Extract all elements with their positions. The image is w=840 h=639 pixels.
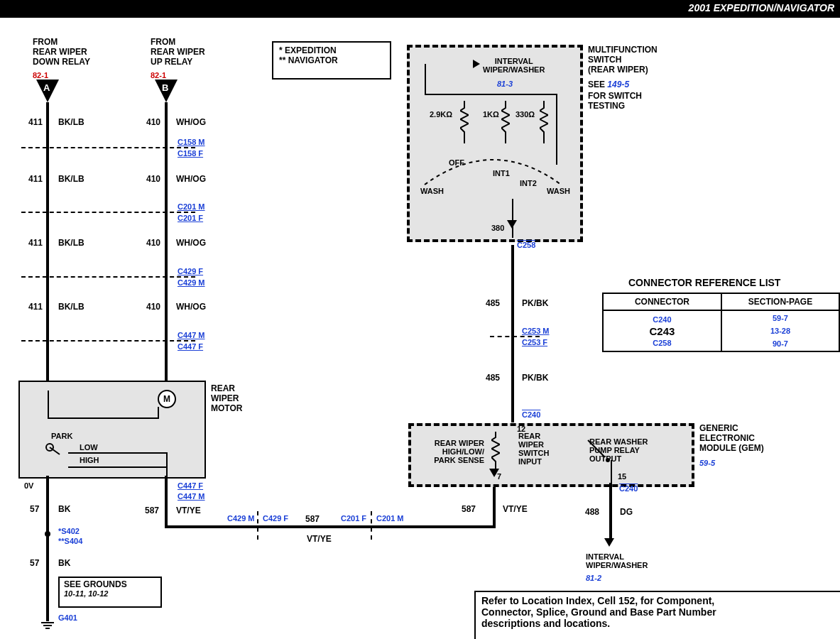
dg-488: 488 — [585, 507, 599, 517]
vtye-c429m: C429 M — [227, 514, 255, 523]
g401: G401 — [58, 613, 77, 622]
multi-title: MULTIFUNCTION SWITCH (REAR WIPER) — [588, 45, 658, 75]
motor-int-v — [48, 390, 49, 419]
see-grounds-t: SEE GROUNDS — [64, 579, 156, 589]
c201m: C201 M — [178, 202, 205, 211]
multi-see-w: SEE — [588, 80, 605, 89]
g57-1: 57 — [30, 504, 39, 514]
wa-c-1: BK/LB — [58, 117, 84, 127]
vtye-587-2: 587 — [305, 514, 320, 524]
gbk-2: BK — [58, 558, 70, 568]
dg-ref: 81-2 — [586, 574, 601, 582]
multi-pin: 380 — [491, 224, 504, 232]
gem-b: REAR WIPER SWITCH INPUT — [518, 432, 549, 466]
wa-411-4: 411 — [28, 302, 43, 312]
wb-c-4: WH/OG — [176, 302, 206, 312]
c158f: C158 F — [178, 149, 203, 158]
wire-dg — [609, 483, 612, 540]
vtye-c201m: C201 M — [376, 514, 404, 523]
motor-box — [18, 381, 206, 479]
multi-com-arrow — [507, 220, 517, 229]
wb-410-4: 410 — [146, 302, 160, 312]
wa-411-3: 411 — [28, 238, 43, 248]
gem-a-arr — [489, 469, 499, 477]
motor-label: REAR WIPER MOTOR — [211, 383, 242, 413]
motor-low-line — [68, 452, 166, 454]
res3 — [540, 101, 548, 143]
dash-vtye-1 — [257, 511, 258, 540]
footnote-text: Refer to Location Index, Cell 152, for C… — [481, 595, 716, 629]
rt-h1: CONNECTOR — [603, 293, 721, 310]
dash-vtye-2 — [371, 511, 372, 540]
s402: *S402 — [58, 527, 80, 535]
pkbk-485-1: 485 — [486, 298, 500, 308]
c240: C240 — [522, 410, 540, 419]
motor-int-h — [48, 417, 158, 419]
r1: 2.9KΩ — [430, 110, 452, 119]
wire-vtye-v — [165, 476, 168, 527]
c429f: C429 F — [178, 267, 203, 275]
motor-right-v — [166, 452, 168, 476]
wa-c-3: BK/LB — [58, 238, 84, 248]
c447f: C447 F — [178, 342, 203, 351]
multi-arrow — [473, 60, 480, 68]
res2 — [501, 101, 510, 143]
wa-c-4: BK/LB — [58, 302, 84, 312]
motor-low: LOW — [80, 443, 98, 452]
dash-c158 — [21, 147, 195, 148]
vtye-c447f: C447 F — [178, 481, 203, 490]
rt-r3c2: 90-7 — [729, 339, 831, 348]
wa-411-1: 411 — [28, 117, 43, 127]
relay-a-label: FROM REAR WIPER DOWN RELAY — [33, 37, 90, 67]
splice-dot — [45, 531, 50, 537]
footnote: Refer to Location Index, Cell 152, for C… — [474, 591, 840, 639]
header-title: 2001 EXPEDITION/NAVIGATOR — [689, 2, 834, 13]
gem-ref: 59-5 — [699, 459, 715, 467]
multi-interval-ref: 81-3 — [497, 80, 513, 88]
svg-point-3 — [606, 458, 610, 462]
wire-b — [165, 102, 168, 381]
relay-b-ref: 82-1 — [151, 71, 166, 80]
vtye-c447m: C447 M — [178, 492, 205, 501]
gem-p12: 12 — [517, 425, 525, 433]
motor-park: PARK — [51, 432, 72, 440]
relay-b-label: FROM REAR WIPER UP RELAY — [151, 37, 205, 67]
relay-a-ref: 82-1 — [33, 71, 48, 80]
c258: C258 — [517, 241, 535, 249]
r2: 1KΩ — [483, 110, 499, 119]
r3: 330Ω — [516, 110, 535, 119]
wire-pkbk — [511, 245, 514, 422]
page-header: 2001 EXPEDITION/NAVIGATOR — [0, 0, 840, 18]
relay-b-letter: B — [162, 82, 168, 93]
rt-r1c2: 59-7 — [729, 314, 831, 322]
motor-high-line — [68, 466, 166, 468]
motor-high: HIGH — [80, 456, 99, 464]
svg-line-2 — [588, 440, 605, 457]
gem-c240b: C240 — [619, 484, 638, 493]
see-grounds-p: 10-11, 10-12 — [64, 589, 156, 598]
wb-c-3: WH/OG — [176, 238, 206, 248]
gem-relay-icon — [582, 435, 618, 470]
rt-r2c1: C243 — [611, 325, 714, 337]
wb-410-2: 410 — [146, 174, 160, 184]
relay-b-triangle: B — [155, 80, 178, 102]
gbk-1: BK — [58, 504, 70, 514]
multi-rest: FOR SWITCH TESTING — [588, 91, 642, 111]
pkbk-c-2: PK/BK — [522, 373, 548, 383]
c253m: C253 M — [522, 327, 550, 335]
dg-lbl: INTERVAL WIPER/WASHER — [586, 552, 648, 569]
legend-navigator: ** NAVIGATOR — [279, 55, 384, 65]
pkbk-c-1: PK/BK — [522, 298, 548, 308]
c201f: C201 F — [178, 214, 203, 222]
gem-a: REAR WIPER HIGH/LOW/ PARK SENSE — [419, 439, 484, 464]
switch-arc — [419, 146, 568, 195]
relay-a-triangle: A — [36, 80, 59, 102]
wb-410-3: 410 — [146, 238, 160, 248]
multi-top-h — [425, 94, 556, 95]
vtye-c-1: VT/YE — [176, 506, 201, 515]
res1 — [460, 101, 469, 143]
reftable-title: CONNECTOR REFERENCE LIST — [628, 277, 780, 288]
motor-int-v2 — [158, 407, 159, 419]
ground-icon — [41, 622, 54, 629]
wire-vtye-up — [493, 483, 496, 528]
